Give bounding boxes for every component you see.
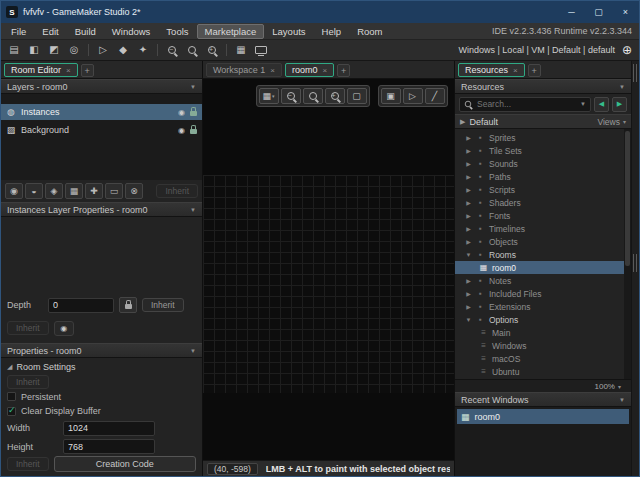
layer-visibility-icon[interactable]: ◉ bbox=[178, 108, 185, 117]
tree-item-room0[interactable]: ▦room0 bbox=[455, 261, 631, 274]
recent-windows-header[interactable]: Recent Windows ▼ bbox=[455, 392, 631, 407]
expand-caret-icon[interactable]: ▶ bbox=[465, 212, 472, 219]
expand-caret-icon[interactable]: ▶ bbox=[465, 303, 472, 310]
tree-item-notes[interactable]: ▶▪Notes bbox=[455, 274, 631, 287]
delete-layer-button[interactable]: ⊗ bbox=[125, 183, 143, 199]
zoom-out-button[interactable] bbox=[163, 42, 181, 58]
open-project-button[interactable]: ◧ bbox=[25, 42, 43, 58]
expand-caret-icon[interactable]: ▶ bbox=[465, 186, 472, 193]
new-layer-folder-button[interactable]: ▭ bbox=[105, 183, 123, 199]
target-config-icon[interactable]: ⊕ bbox=[622, 43, 632, 57]
tab-workspace-1[interactable]: Workspace 1× bbox=[206, 63, 282, 77]
resource-tree-root[interactable]: ▶ Default Views ▾ bbox=[455, 114, 631, 129]
tree-item-tile-sets[interactable]: ▶▪Tile Sets bbox=[455, 144, 631, 157]
layer-lock-icon[interactable] bbox=[190, 129, 197, 134]
layer-visibility-button[interactable]: ◉ bbox=[54, 321, 74, 336]
run-room-button[interactable]: ▷ bbox=[403, 88, 423, 104]
tab-resources[interactable]: Resources × bbox=[458, 63, 525, 77]
clear-display-buffer-checkbox[interactable] bbox=[7, 407, 16, 416]
new-tab-button[interactable]: + bbox=[528, 64, 541, 77]
expand-caret-icon[interactable]: ▶ bbox=[465, 238, 472, 245]
menu-item-marketplace[interactable]: Marketplace bbox=[197, 24, 265, 39]
expand-caret-icon[interactable]: ▶ bbox=[465, 134, 472, 141]
instances-layer-properties-header[interactable]: Instances Layer Properties - room0 ▼ bbox=[1, 202, 202, 217]
creation-code-button[interactable]: Creation Code bbox=[54, 456, 196, 472]
depth-input[interactable] bbox=[48, 298, 114, 313]
menu-item-file[interactable]: File bbox=[3, 24, 34, 39]
expand-caret-icon[interactable]: ▼ bbox=[465, 252, 472, 258]
expand-caret-icon[interactable]: ▶ bbox=[465, 277, 472, 284]
menu-item-tools[interactable]: Tools bbox=[158, 24, 196, 39]
close-button[interactable]: × bbox=[612, 1, 639, 23]
menu-item-build[interactable]: Build bbox=[67, 24, 104, 39]
search-dropdown-icon[interactable]: ▼ bbox=[580, 101, 586, 107]
room-height-input[interactable] bbox=[63, 439, 155, 454]
search-next-button[interactable]: ▶ bbox=[612, 97, 627, 112]
close-tab-icon[interactable]: × bbox=[513, 66, 518, 75]
new-asset-layer-button[interactable]: ◈ bbox=[45, 183, 63, 199]
expand-caret-icon[interactable]: ▶ bbox=[465, 199, 472, 206]
tree-item-extensions[interactable]: ▶▪Extensions bbox=[455, 300, 631, 313]
clean-button[interactable]: ✦ bbox=[134, 42, 152, 58]
zoom-reset-button[interactable] bbox=[183, 42, 201, 58]
layer-row-instances[interactable]: ◍Instances◉ bbox=[1, 104, 202, 120]
debug-button[interactable]: ◆ bbox=[114, 42, 132, 58]
resources-scrollbar-thumb[interactable] bbox=[625, 131, 630, 266]
close-tab-icon[interactable]: × bbox=[270, 66, 275, 75]
close-tab-icon[interactable]: × bbox=[66, 66, 71, 75]
tree-item-fonts[interactable]: ▶▪Fonts bbox=[455, 209, 631, 222]
tab-room-editor[interactable]: Room Editor × bbox=[4, 63, 78, 77]
expand-caret-icon[interactable]: ▶ bbox=[465, 160, 472, 167]
panel-splitter-grip[interactable] bbox=[633, 64, 637, 82]
fit-view-button[interactable]: ▢ bbox=[347, 88, 367, 104]
new-project-button[interactable]: ▤ bbox=[5, 42, 23, 58]
minimize-button[interactable]: ─ bbox=[558, 1, 585, 23]
menu-item-edit[interactable]: Edit bbox=[34, 24, 66, 39]
new-path-layer-button[interactable]: ✚ bbox=[85, 183, 103, 199]
tree-item-macos[interactable]: ≡macOS bbox=[455, 352, 631, 365]
paint-mode-button[interactable]: ╱ bbox=[425, 88, 445, 104]
tree-item-sounds[interactable]: ▶▪Sounds bbox=[455, 157, 631, 170]
tree-item-paths[interactable]: ▶▪Paths bbox=[455, 170, 631, 183]
layers-header[interactable]: Layers - room0 ▼ bbox=[1, 79, 202, 94]
zoom-reset-button[interactable] bbox=[303, 88, 323, 104]
room-properties-header[interactable]: Properties - room0 ▼ bbox=[1, 343, 202, 358]
expand-caret-icon[interactable]: ▶ bbox=[465, 225, 472, 232]
tree-item-main[interactable]: ≡Main bbox=[455, 326, 631, 339]
room-grid[interactable] bbox=[203, 175, 454, 393]
tree-item-shaders[interactable]: ▶▪Shaders bbox=[455, 196, 631, 209]
maximize-button[interactable]: ▢ bbox=[585, 1, 612, 23]
build-target-label[interactable]: Windows | Local | VM | Default | default bbox=[459, 45, 615, 55]
expand-caret-icon[interactable]: ▼ bbox=[465, 317, 472, 323]
layer-row-background[interactable]: ▨Background◉ bbox=[1, 122, 202, 138]
tree-item-clipped[interactable]: ≡ bbox=[455, 378, 631, 379]
search-prev-button[interactable]: ◀ bbox=[594, 97, 609, 112]
room-canvas[interactable]: ▦▾▢ ▣▷╱ bbox=[203, 79, 454, 460]
tree-item-options[interactable]: ▼▪Options bbox=[455, 313, 631, 326]
canvas-view-button[interactable]: ▣ bbox=[381, 88, 401, 104]
room-inherit-button[interactable]: Inherit bbox=[7, 375, 49, 389]
resources-header[interactable]: Resources ▼ bbox=[455, 79, 631, 94]
monitor-button[interactable] bbox=[252, 42, 270, 58]
resources-scrollbar-track[interactable] bbox=[624, 129, 631, 379]
room-settings-row[interactable]: ◢ Room Settings bbox=[7, 360, 196, 374]
menu-item-help[interactable]: Help bbox=[314, 24, 350, 39]
tree-item-objects[interactable]: ▶▪Objects bbox=[455, 235, 631, 248]
tab-room0[interactable]: room0× bbox=[285, 63, 334, 77]
menu-item-layouts[interactable]: Layouts bbox=[264, 24, 313, 39]
tree-item-scripts[interactable]: ▶▪Scripts bbox=[455, 183, 631, 196]
layer-inherit-button[interactable]: Inherit bbox=[7, 321, 49, 335]
run-button[interactable]: ▷ bbox=[94, 42, 112, 58]
tree-item-ubuntu[interactable]: ≡Ubuntu bbox=[455, 365, 631, 378]
grid-button[interactable]: ▦ bbox=[232, 42, 250, 58]
persistent-checkbox[interactable] bbox=[7, 392, 16, 401]
new-tab-button[interactable]: + bbox=[81, 64, 94, 77]
close-tab-icon[interactable]: × bbox=[323, 66, 328, 75]
depth-lock-button[interactable] bbox=[119, 297, 137, 313]
tree-item-windows[interactable]: ≡Windows bbox=[455, 339, 631, 352]
save-project-button[interactable]: ◩ bbox=[45, 42, 63, 58]
expand-caret-icon[interactable]: ▶ bbox=[465, 290, 472, 297]
zoom-in-button[interactable] bbox=[325, 88, 345, 104]
menu-item-windows[interactable]: Windows bbox=[104, 24, 159, 39]
expand-caret-icon[interactable]: ▶ bbox=[460, 118, 465, 126]
